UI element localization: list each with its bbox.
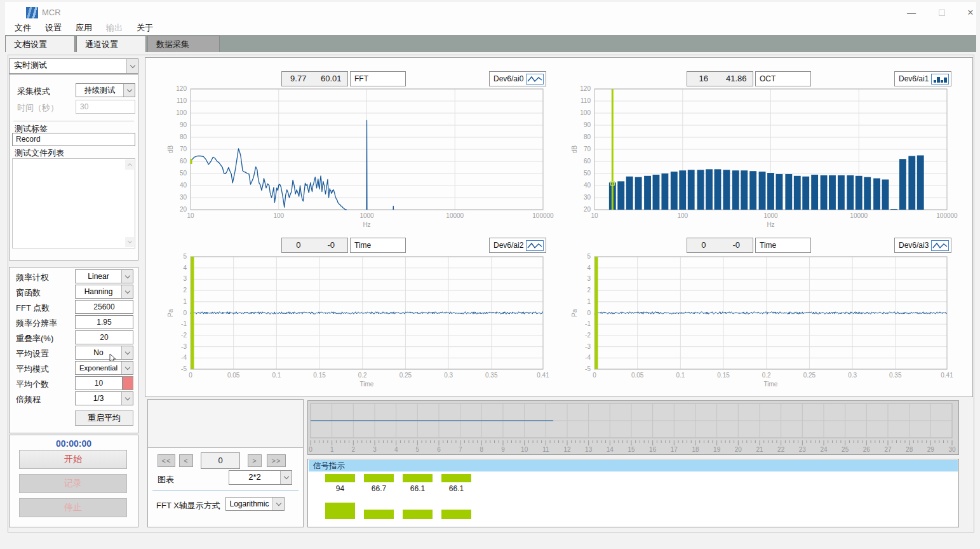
signal-level-bar xyxy=(364,510,394,519)
menu-item-output: 输出 xyxy=(105,22,124,34)
page-prev-button[interactable]: < xyxy=(179,454,193,467)
line-chart-icon[interactable] xyxy=(526,240,544,251)
svg-text:100: 100 xyxy=(273,212,284,219)
scroll-up-icon[interactable] xyxy=(125,159,134,170)
svg-text:19: 19 xyxy=(713,446,721,453)
svg-text:29: 29 xyxy=(927,446,935,453)
svg-text:110: 110 xyxy=(581,97,591,104)
svg-text:3: 3 xyxy=(183,275,187,282)
fft-points-input[interactable]: 25600 xyxy=(75,300,133,314)
page-first-button[interactable]: << xyxy=(158,454,175,467)
avg-count-status-flag xyxy=(123,376,133,390)
chevron-down-icon[interactable] xyxy=(121,362,133,374)
svg-text:0: 0 xyxy=(587,309,591,316)
tab-channel-settings[interactable]: 通道设置 xyxy=(76,36,146,52)
svg-text:dB: dB xyxy=(167,146,174,154)
chevron-down-icon[interactable] xyxy=(280,471,292,484)
signal-level-bar xyxy=(441,510,471,519)
menu-item-about[interactable]: 关于 xyxy=(135,22,154,34)
svg-text:0.35: 0.35 xyxy=(485,372,498,379)
freq-resolution-input[interactable]: 1.95 xyxy=(75,315,133,329)
tab-bar: 文档设置 通道设置 数据采集 xyxy=(5,35,976,52)
chevron-down-icon[interactable] xyxy=(121,392,133,405)
start-button[interactable]: 开始 xyxy=(19,450,127,469)
oct-plot[interactable]: 2030405060708090100110120101001000100001… xyxy=(568,83,958,231)
chevron-down-icon[interactable] xyxy=(123,84,135,97)
svg-text:30: 30 xyxy=(584,194,591,201)
svg-text:0.3: 0.3 xyxy=(444,372,453,379)
menu-item-file[interactable]: 文件 xyxy=(13,22,32,34)
svg-text:-2: -2 xyxy=(585,332,591,339)
chevron-down-icon[interactable] xyxy=(121,270,133,283)
svg-text:Pa: Pa xyxy=(571,309,578,317)
svg-text:17: 17 xyxy=(671,446,678,453)
scroll-down-icon[interactable] xyxy=(125,237,134,247)
svg-text:0.05: 0.05 xyxy=(631,372,644,379)
svg-text:-3: -3 xyxy=(181,343,187,350)
menu-item-settings[interactable]: 设置 xyxy=(44,22,63,34)
svg-text:20: 20 xyxy=(584,206,591,213)
signal-indicator-panel: 信号指示 9466.766.166.1 xyxy=(307,459,959,527)
svg-text:50: 50 xyxy=(584,170,591,177)
svg-text:0: 0 xyxy=(593,372,596,379)
time2-plot[interactable]: -5-4-3-2-101234500.050.10.150.20.250.30.… xyxy=(568,250,958,395)
acq-mode-select[interactable]: 持续测试 xyxy=(76,83,135,97)
test-mode-select[interactable]: 实时测试 xyxy=(9,58,138,74)
overlap-input[interactable]: 20 xyxy=(75,330,133,344)
signal-peak-bar xyxy=(325,474,355,482)
test-tag-input[interactable]: Record xyxy=(12,133,135,146)
svg-text:90: 90 xyxy=(584,121,591,128)
svg-text:Hz: Hz xyxy=(363,221,370,228)
close-button[interactable]: × xyxy=(961,7,980,18)
menu-bar: 文件 设置 应用 输出 关于 xyxy=(5,20,976,35)
svg-text:22: 22 xyxy=(777,446,785,453)
chevron-down-icon[interactable] xyxy=(121,346,133,359)
test-setup-panel: 实时测试 采集模式 持续测试 时间（秒） 30 测试标签 Record 测试文件… xyxy=(9,58,138,261)
svg-text:Pa: Pa xyxy=(167,309,174,317)
svg-text:3: 3 xyxy=(587,275,591,282)
chevron-down-icon[interactable] xyxy=(121,285,133,298)
display-info-box xyxy=(148,400,303,448)
svg-text:1: 1 xyxy=(330,446,334,453)
svg-text:9: 9 xyxy=(501,446,505,453)
page-next-button[interactable]: > xyxy=(248,454,262,467)
fft-plot[interactable]: 2030405060708090100110120101001000100001… xyxy=(164,83,554,231)
svg-text:28: 28 xyxy=(906,446,913,453)
line-chart-icon[interactable] xyxy=(931,240,949,251)
restart-avg-button[interactable]: 重启平均 xyxy=(75,410,133,426)
signal-value: 66.1 xyxy=(441,484,471,493)
chevron-down-icon[interactable] xyxy=(126,59,138,73)
avg-mode-select[interactable]: Exponential xyxy=(75,361,133,375)
chart-layout-select[interactable]: 2*2 xyxy=(229,470,292,485)
avg-setting-select[interactable]: No xyxy=(75,346,133,360)
tab-document-settings[interactable]: 文档设置 xyxy=(5,36,75,52)
octave-select[interactable]: 1/3 xyxy=(75,391,133,405)
tab-data-acquisition[interactable]: 数据采集 xyxy=(147,36,220,52)
param-label-avg-count: 平均个数 xyxy=(16,379,49,390)
svg-text:12: 12 xyxy=(563,446,571,453)
svg-text:30: 30 xyxy=(948,446,956,453)
stop-button: 停止 xyxy=(19,498,127,517)
time1-plot[interactable]: -5-4-3-2-101234500.050.10.150.20.250.30.… xyxy=(164,250,554,395)
weighting-select[interactable]: Linear xyxy=(75,269,133,283)
duration-input: 30 xyxy=(76,100,135,114)
app-logo-icon xyxy=(26,7,38,18)
page-last-button[interactable]: >> xyxy=(267,454,286,467)
menu-item-apply[interactable]: 应用 xyxy=(74,22,93,34)
avg-count-input[interactable]: 10 xyxy=(75,376,123,390)
chevron-down-icon[interactable] xyxy=(272,498,284,510)
svg-text:25: 25 xyxy=(842,446,849,453)
maximize-button[interactable] xyxy=(932,7,951,18)
fft-axis-mode-label: FFT X轴显示方式 xyxy=(156,500,220,512)
svg-text:40: 40 xyxy=(584,182,591,189)
svg-text:0.35: 0.35 xyxy=(889,372,902,379)
window-function-select[interactable]: Hanning xyxy=(75,285,133,299)
test-file-list[interactable] xyxy=(12,158,135,248)
minimize-button[interactable]: — xyxy=(902,7,921,18)
svg-text:0.2: 0.2 xyxy=(358,372,367,379)
signal-peak-bar xyxy=(403,474,433,482)
svg-text:4: 4 xyxy=(394,446,398,453)
page-number-input[interactable]: 0 xyxy=(201,452,240,469)
fft-axis-mode-select[interactable]: Logarithmic xyxy=(225,497,285,511)
timeline-navigator[interactable]: 0123456789101112131415161718192021222324… xyxy=(307,400,959,455)
